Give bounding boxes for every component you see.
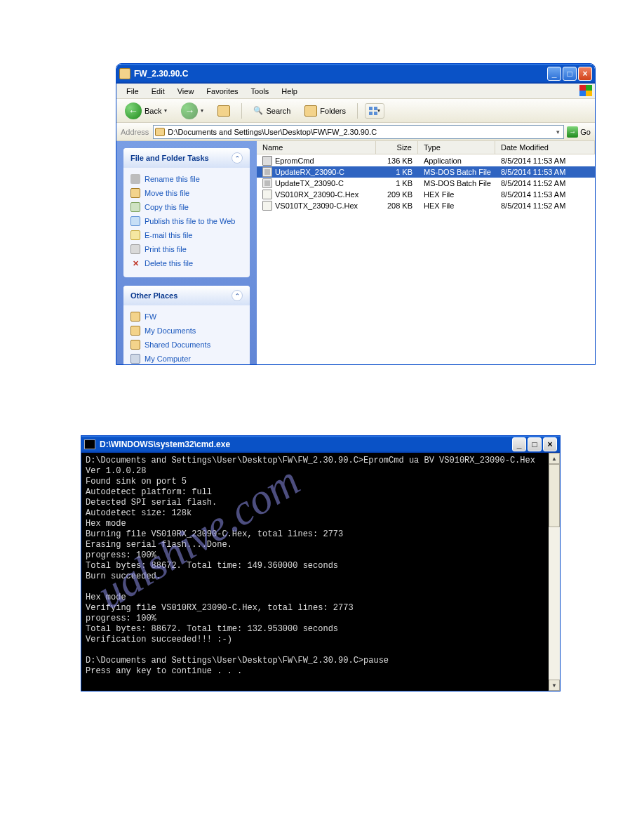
window-title: FW_2.30.90.C bbox=[134, 69, 547, 79]
file-name: EpromCmd bbox=[275, 157, 314, 165]
file-hex-icon bbox=[262, 190, 272, 199]
delete-icon: ✕ bbox=[130, 258, 140, 268]
file-row[interactable]: VS010RX_23090-C.Hex209 KBHEX File8/5/201… bbox=[257, 189, 595, 200]
column-headers: Name Size Type Date Modified bbox=[257, 141, 595, 154]
scroll-track[interactable] bbox=[549, 464, 560, 680]
menu-help[interactable]: Help bbox=[276, 86, 303, 97]
folders-icon bbox=[304, 105, 317, 117]
col-size[interactable]: Size bbox=[376, 141, 418, 154]
go-button[interactable]: → Go bbox=[567, 126, 591, 138]
menu-view[interactable]: View bbox=[172, 86, 200, 97]
file-row[interactable]: UpdateTX_23090-C1 KBMS-DOS Batch File8/5… bbox=[257, 178, 595, 189]
file-name: VS010TX_23090-C.Hex bbox=[275, 201, 358, 210]
task-label: Copy this file bbox=[145, 203, 189, 211]
place-label: My Documents bbox=[145, 326, 196, 335]
task-label: Move this file bbox=[145, 189, 189, 197]
cmd-scrollbar[interactable]: ▲ ▼ bbox=[549, 453, 560, 691]
file-row[interactable]: VS010TX_23090-C.Hex208 KBHEX File8/5/201… bbox=[257, 200, 595, 211]
place-docs[interactable]: My Documents bbox=[130, 324, 243, 338]
menu-file[interactable]: File bbox=[121, 86, 145, 97]
task-copy[interactable]: Copy this file bbox=[130, 200, 243, 214]
file-name: VS010RX_23090-C.Hex bbox=[275, 190, 358, 199]
panel-file-tasks: File and Folder Tasks ⌃ Rename this file… bbox=[123, 148, 250, 277]
cmd-titlebar[interactable]: D:\WINDOWS\system32\cmd.exe _ □ × bbox=[81, 436, 560, 453]
views-dropdown-icon: ▾ bbox=[377, 107, 380, 114]
views-button[interactable]: ▾ bbox=[365, 103, 384, 119]
close-button[interactable]: × bbox=[578, 67, 592, 81]
cmd-minimize-button[interactable]: _ bbox=[512, 437, 526, 451]
place-computer[interactable]: My Computer bbox=[130, 352, 243, 364]
file-row[interactable]: UpdateRX_23090-C1 KBMS-DOS Batch File8/5… bbox=[257, 166, 595, 178]
menu-edit[interactable]: Edit bbox=[146, 86, 170, 97]
file-type: HEX File bbox=[418, 190, 495, 199]
forward-dropdown-icon[interactable]: ▾ bbox=[201, 107, 203, 114]
file-date: 8/5/2014 11:53 AM bbox=[495, 190, 595, 199]
back-button[interactable]: ← Back ▾ bbox=[121, 100, 171, 121]
address-dropdown-icon[interactable]: ▾ bbox=[554, 128, 562, 135]
file-type: MS-DOS Batch File bbox=[418, 168, 495, 176]
views-icon bbox=[369, 107, 377, 115]
panel-header-file-tasks[interactable]: File and Folder Tasks ⌃ bbox=[123, 148, 250, 168]
publish-icon bbox=[130, 216, 140, 226]
go-label: Go bbox=[580, 128, 591, 136]
menu-tools[interactable]: Tools bbox=[246, 86, 275, 97]
file-size: 1 KB bbox=[376, 168, 418, 176]
cmd-output: D:\Documents and Settings\User\Desktop\F… bbox=[81, 453, 549, 691]
rename-icon bbox=[130, 174, 140, 184]
task-move[interactable]: Move this file bbox=[130, 186, 243, 200]
scroll-thumb[interactable] bbox=[549, 464, 560, 527]
print-icon bbox=[130, 244, 140, 254]
address-path: D:\Documents and Settings\User\Desktop\F… bbox=[168, 128, 551, 136]
folders-button[interactable]: Folders bbox=[300, 103, 350, 119]
panel-other-places: Other Places ⌃ FWMy DocumentsShared Docu… bbox=[123, 286, 250, 364]
maximize-button[interactable]: □ bbox=[563, 67, 577, 81]
file-date: 8/5/2014 11:52 AM bbox=[495, 179, 595, 187]
col-date[interactable]: Date Modified bbox=[495, 141, 595, 154]
task-rename[interactable]: Rename this file bbox=[130, 172, 243, 186]
file-type: HEX File bbox=[418, 201, 495, 210]
chevron-up-icon[interactable]: ⌃ bbox=[232, 152, 243, 164]
chevron-up-icon[interactable]: ⌃ bbox=[232, 290, 243, 301]
file-size: 136 KB bbox=[376, 157, 418, 165]
explorer-titlebar[interactable]: FW_2.30.90.C _ □ × bbox=[116, 64, 595, 84]
menu-favorites[interactable]: Favorites bbox=[201, 86, 243, 97]
place-fw[interactable]: FW bbox=[130, 310, 243, 324]
place-shared[interactable]: Shared Documents bbox=[130, 338, 243, 352]
forward-button[interactable]: → ▾ bbox=[177, 100, 208, 121]
windows-flag-icon bbox=[579, 85, 592, 96]
file-size: 1 KB bbox=[376, 179, 418, 187]
go-arrow-icon: → bbox=[567, 126, 578, 138]
panel-title: File and Folder Tasks bbox=[130, 154, 209, 162]
address-field[interactable]: D:\Documents and Settings\User\Desktop\F… bbox=[153, 125, 564, 139]
up-button[interactable] bbox=[213, 103, 234, 119]
scroll-down-icon[interactable]: ▼ bbox=[549, 680, 560, 691]
cmd-window: D:\WINDOWS\system32\cmd.exe _ □ × D:\Doc… bbox=[81, 435, 561, 691]
scroll-up-icon[interactable]: ▲ bbox=[549, 453, 560, 464]
search-button[interactable]: 🔍 Search bbox=[249, 104, 295, 117]
task-print[interactable]: Print this file bbox=[130, 242, 243, 256]
toolbar: ← Back ▾ → ▾ 🔍 Search Folders bbox=[116, 99, 595, 123]
place-label: Shared Documents bbox=[145, 340, 210, 349]
search-icon: 🔍 bbox=[253, 106, 263, 115]
minimize-button[interactable]: _ bbox=[547, 67, 561, 81]
cmd-title: D:\WINDOWS\system32\cmd.exe bbox=[100, 439, 512, 449]
col-name[interactable]: Name bbox=[257, 141, 376, 154]
task-label: E-mail this file bbox=[145, 231, 192, 239]
col-type[interactable]: Type bbox=[418, 141, 495, 154]
task-publish[interactable]: Publish this file to the Web bbox=[130, 214, 243, 228]
back-arrow-icon: ← bbox=[125, 102, 142, 119]
file-row[interactable]: EpromCmd136 KBApplication8/5/2014 11:53 … bbox=[257, 155, 595, 166]
file-bat-icon bbox=[262, 167, 272, 177]
back-dropdown-icon[interactable]: ▾ bbox=[164, 107, 167, 114]
forward-arrow-icon: → bbox=[181, 102, 198, 119]
cmd-close-button[interactable]: × bbox=[543, 437, 557, 451]
docs-icon bbox=[130, 326, 140, 336]
shared-icon bbox=[130, 340, 140, 350]
panel-header-other[interactable]: Other Places ⌃ bbox=[123, 286, 250, 305]
cmd-maximize-button[interactable]: □ bbox=[528, 437, 542, 451]
menu-bar: File Edit View Favorites Tools Help bbox=[116, 84, 595, 99]
sidebar: File and Folder Tasks ⌃ Rename this file… bbox=[116, 141, 257, 364]
file-date: 8/5/2014 11:52 AM bbox=[495, 201, 595, 210]
task-delete[interactable]: ✕Delete this file bbox=[130, 256, 243, 270]
task-email[interactable]: E-mail this file bbox=[130, 228, 243, 242]
